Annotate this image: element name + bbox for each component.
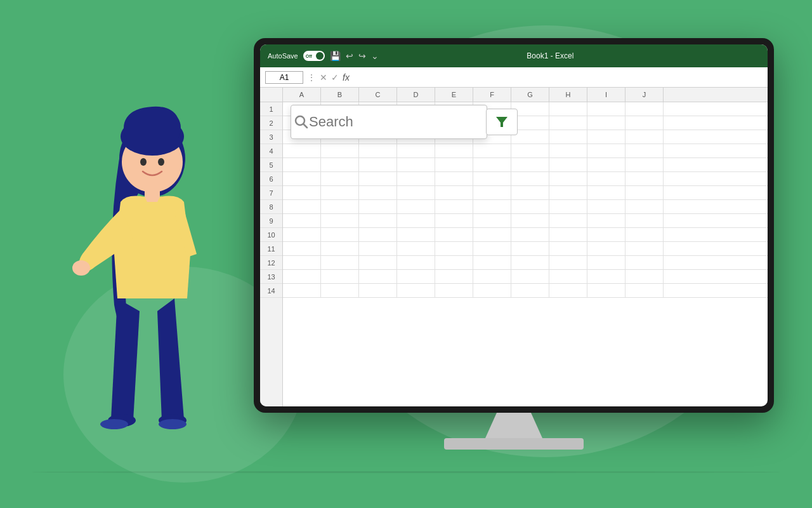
toggle-off-text: Off: [306, 54, 312, 58]
col-header-e[interactable]: E: [435, 88, 473, 102]
monitor-neck: [485, 413, 542, 438]
table-row: [283, 284, 768, 298]
toggle-knob: [316, 52, 324, 60]
formula-divider-x[interactable]: ✕: [320, 72, 327, 83]
row-num-3[interactable]: 3: [260, 130, 282, 144]
row-num-5[interactable]: 5: [260, 158, 282, 172]
formula-input[interactable]: [353, 73, 763, 82]
search-input[interactable]: [309, 114, 483, 130]
row-num-1[interactable]: 1: [260, 102, 282, 116]
formula-divider-check[interactable]: ✓: [331, 72, 339, 83]
svg-point-4: [158, 158, 164, 166]
excel-body: 1 2 3 4 5 6 7 8 9 10 11 12 13 14: [260, 102, 768, 406]
excel-titlebar: AutoSave Off 💾 ↩ ↪ ⌄ Book1 - Excel: [260, 44, 768, 67]
row-num-8[interactable]: 8: [260, 200, 282, 214]
svg-point-6: [72, 260, 90, 276]
col-header-f[interactable]: F: [473, 88, 511, 102]
cell-i1[interactable]: [587, 102, 625, 116]
table-row: [283, 256, 768, 270]
table-row: [283, 242, 768, 256]
svg-rect-5: [145, 189, 160, 202]
monitor-screen-outer: AutoSave Off 💾 ↩ ↪ ⌄ Book1 - Excel A1 ⋮: [254, 38, 774, 413]
table-row: [283, 186, 768, 200]
corner-header: [260, 88, 283, 102]
col-header-g[interactable]: G: [511, 88, 549, 102]
svg-line-12: [304, 124, 308, 128]
row-num-4[interactable]: 4: [260, 144, 282, 158]
search-icon: [294, 109, 309, 135]
table-row: [283, 144, 768, 158]
col-header-b[interactable]: B: [321, 88, 359, 102]
col-header-d[interactable]: D: [397, 88, 435, 102]
cell-ref-box[interactable]: A1: [265, 71, 303, 84]
table-row: [283, 172, 768, 186]
formula-divider-fx: fx: [343, 72, 350, 83]
titlebar-left: AutoSave Off 💾 ↩ ↪ ⌄: [268, 51, 379, 61]
col-header-i[interactable]: I: [587, 88, 625, 102]
row-num-14[interactable]: 14: [260, 284, 282, 298]
row-numbers: 1 2 3 4 5 6 7 8 9 10 11 12 13 14: [260, 102, 283, 406]
character-illustration: [63, 102, 241, 470]
excel-grid: [283, 102, 768, 406]
monitor: AutoSave Off 💾 ↩ ↪ ⌄ Book1 - Excel A1 ⋮: [254, 38, 774, 470]
more-icon[interactable]: ⌄: [371, 51, 379, 61]
svg-point-3: [140, 158, 147, 166]
cell-j1[interactable]: [625, 102, 664, 116]
formula-bar: A1 ⋮ ✕ ✓ fx: [260, 67, 768, 88]
table-row: [283, 200, 768, 214]
row-num-6[interactable]: 6: [260, 172, 282, 186]
row-num-11[interactable]: 11: [260, 242, 282, 256]
excel-title: Book1 - Excel: [527, 51, 573, 60]
col-header-h[interactable]: H: [549, 88, 587, 102]
redo-icon[interactable]: ↪: [358, 51, 366, 61]
table-row: [283, 228, 768, 242]
search-overlay: [291, 105, 487, 139]
save-icon[interactable]: 💾: [330, 51, 341, 61]
svg-point-8: [100, 419, 128, 429]
ground-shadow: [32, 471, 780, 473]
row-num-2[interactable]: 2: [260, 116, 282, 130]
monitor-base: [444, 438, 584, 450]
filter-button[interactable]: [486, 109, 518, 135]
col-header-c[interactable]: C: [359, 88, 397, 102]
cell-h1[interactable]: [549, 102, 587, 116]
table-row: [283, 158, 768, 172]
col-header-a[interactable]: A: [283, 88, 321, 102]
filter-icon: [495, 115, 509, 129]
table-row: [283, 270, 768, 284]
row-num-10[interactable]: 10: [260, 228, 282, 242]
row-num-12[interactable]: 12: [260, 256, 282, 270]
formula-divider-dots: ⋮: [307, 72, 316, 83]
autosave-toggle[interactable]: Off: [303, 51, 325, 61]
row-num-9[interactable]: 9: [260, 214, 282, 228]
monitor-screen-inner: AutoSave Off 💾 ↩ ↪ ⌄ Book1 - Excel A1 ⋮: [260, 44, 768, 406]
svg-marker-13: [496, 117, 508, 127]
column-headers: A B C D E F G H I J: [260, 88, 768, 102]
col-header-j[interactable]: J: [625, 88, 664, 102]
undo-icon[interactable]: ↩: [346, 51, 353, 61]
svg-point-10: [159, 419, 187, 429]
table-row: [283, 214, 768, 228]
autosave-label: AutoSave: [268, 52, 298, 60]
row-num-13[interactable]: 13: [260, 270, 282, 284]
row-num-7[interactable]: 7: [260, 186, 282, 200]
